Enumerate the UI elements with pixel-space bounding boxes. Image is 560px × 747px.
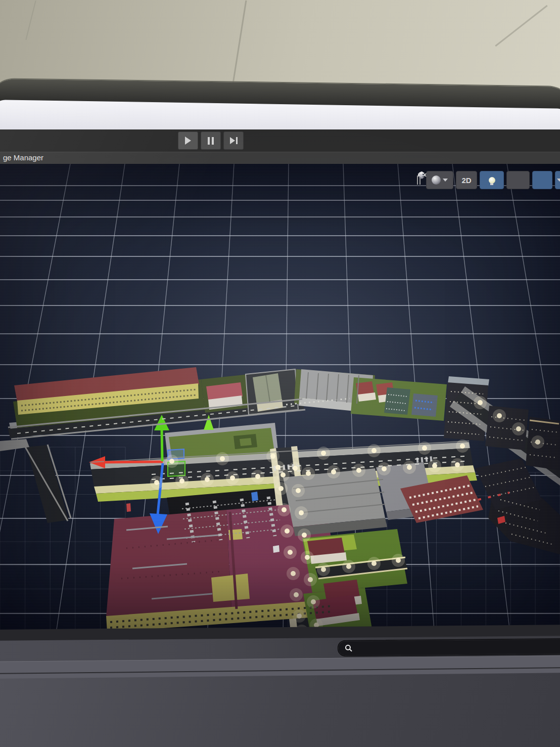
street-light <box>281 472 286 477</box>
scene-svg[interactable] <box>0 164 560 636</box>
window-title: ge Manager <box>3 153 43 162</box>
street-light <box>154 480 159 485</box>
street-light <box>291 571 296 576</box>
van-blue <box>251 492 258 501</box>
view-2d-label: 2D <box>461 176 471 185</box>
street-light <box>288 550 293 555</box>
street-light <box>179 478 184 484</box>
laptop-deck <box>0 673 560 747</box>
street-light <box>321 451 326 456</box>
street-light <box>396 558 401 563</box>
street-light <box>346 564 351 569</box>
street-light <box>308 577 313 582</box>
search-box[interactable] <box>338 638 560 656</box>
street-light <box>455 462 460 467</box>
street-light <box>293 466 298 471</box>
light-icon <box>489 177 495 184</box>
ceiling-seam <box>495 5 547 47</box>
photo-of-laptop: ge Manager 2D <box>0 0 560 747</box>
pause-button[interactable] <box>201 131 221 150</box>
gizmo-y-shaft[interactable] <box>162 429 162 461</box>
gizmo-x-shaft[interactable] <box>104 462 163 462</box>
ceiling-seam <box>25 1 36 40</box>
apt-teal <box>384 387 410 415</box>
scene-audio-button[interactable] <box>506 171 530 189</box>
street-light <box>371 448 377 453</box>
effects-dropdown-button[interactable] <box>555 171 560 189</box>
scene-lighting-button[interactable] <box>480 171 504 189</box>
play-button[interactable] <box>178 131 198 150</box>
street-light <box>535 440 540 445</box>
street-light <box>275 465 281 470</box>
street-light <box>285 529 290 534</box>
street-light <box>356 468 361 473</box>
street-light <box>255 474 260 479</box>
street-light <box>497 413 502 418</box>
street-light <box>516 426 521 431</box>
window-title-bar: ge Manager <box>0 152 560 164</box>
play-icon <box>185 137 191 145</box>
street-light <box>302 533 307 538</box>
street-light <box>305 555 310 560</box>
step-icon <box>230 137 238 144</box>
street-light <box>220 456 225 461</box>
street-light <box>278 486 284 491</box>
pause-icon <box>208 137 214 145</box>
street-light <box>331 469 336 474</box>
search-input[interactable] <box>357 642 560 652</box>
bldg-blue <box>411 393 438 417</box>
street-light <box>432 463 437 468</box>
chevron-down-icon <box>557 179 560 182</box>
scene-view-toolbar: 2D <box>417 171 560 189</box>
street-light <box>294 592 299 597</box>
street-light <box>371 561 377 566</box>
street-light <box>169 459 174 464</box>
search-icon <box>345 644 353 652</box>
street-light <box>321 567 326 572</box>
street-light <box>205 477 210 482</box>
render-mode-button[interactable] <box>426 171 453 189</box>
step-button[interactable] <box>223 131 244 150</box>
van-white <box>273 545 279 553</box>
street-light <box>306 471 311 476</box>
street-light <box>282 507 287 512</box>
street-light <box>230 475 235 480</box>
transport-controls <box>178 131 244 150</box>
render-mode-icon <box>432 175 441 185</box>
street-light <box>299 510 304 515</box>
school-roof-patch2 <box>211 574 250 602</box>
scene-view[interactable]: 2D <box>0 164 560 636</box>
figure-red <box>126 503 131 512</box>
view-2d-button[interactable]: 2D <box>456 171 477 189</box>
street-light <box>382 466 387 471</box>
street-light <box>422 446 427 451</box>
street-light <box>460 444 465 449</box>
effects-icon <box>417 171 426 179</box>
depot-roof <box>253 373 282 405</box>
street-light <box>311 599 316 604</box>
editor-toolbar <box>0 129 560 152</box>
ceiling-seam <box>232 1 247 86</box>
scene-effects-button[interactable] <box>532 171 552 189</box>
park-square-inner <box>240 438 252 446</box>
grid-line-v <box>507 164 560 636</box>
street-light <box>478 400 483 405</box>
street-light <box>270 454 275 459</box>
street-light <box>297 613 302 619</box>
chevron-down-icon <box>443 179 448 182</box>
street-light <box>407 465 412 470</box>
street-light <box>296 488 301 493</box>
